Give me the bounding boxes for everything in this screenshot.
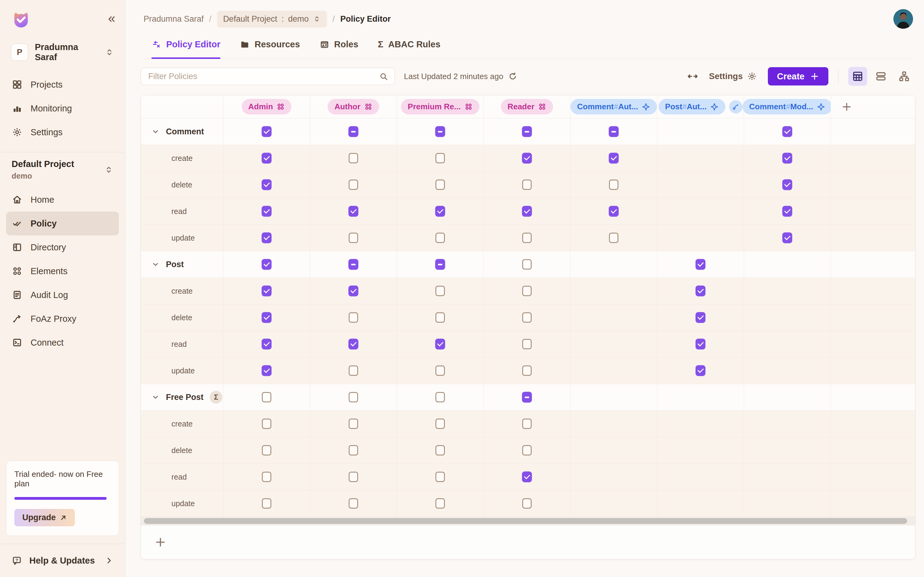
checkbox-unchecked[interactable] (435, 472, 445, 482)
create-button[interactable]: Create (768, 67, 829, 85)
checkbox-checked[interactable] (349, 206, 358, 216)
checkbox-unchecked[interactable] (522, 259, 531, 269)
checkbox-unchecked[interactable] (609, 233, 619, 243)
checkbox-unchecked[interactable] (435, 312, 445, 323)
checkbox-indeterminate[interactable] (349, 259, 358, 269)
policy-settings-button[interactable]: Settings (709, 71, 756, 81)
checkbox-unchecked[interactable] (349, 472, 358, 482)
checkbox-unchecked[interactable] (349, 312, 358, 323)
checkbox-indeterminate[interactable] (609, 126, 619, 137)
view-list-toggle[interactable] (871, 67, 890, 86)
app-logo[interactable] (11, 9, 31, 29)
user-avatar[interactable] (893, 9, 913, 29)
add-resource-button[interactable] (154, 536, 166, 548)
checkbox-checked[interactable] (696, 312, 705, 323)
view-tree-toggle[interactable] (895, 67, 914, 86)
checkbox-checked[interactable] (435, 206, 445, 216)
checkbox-unchecked[interactable] (262, 472, 271, 482)
checkbox-unchecked[interactable] (435, 419, 445, 429)
checkbox-unchecked[interactable] (522, 366, 531, 376)
checkbox-unchecked[interactable] (522, 312, 531, 323)
collapse-chevron-icon[interactable] (151, 393, 160, 401)
sidebar-item-elements[interactable]: Elements (6, 259, 119, 283)
checkbox-unchecked[interactable] (435, 366, 445, 376)
checkbox-unchecked[interactable] (349, 445, 358, 456)
checkbox-unchecked[interactable] (349, 498, 358, 509)
relationship-icon[interactable] (729, 100, 743, 114)
role-badge[interactable]: Premium Re... (401, 99, 479, 114)
checkbox-unchecked[interactable] (435, 392, 445, 402)
checkbox-unchecked[interactable] (349, 419, 358, 429)
sidebar-item-audit-log[interactable]: Audit Log (6, 283, 119, 307)
checkbox-unchecked[interactable] (609, 179, 619, 190)
checkbox-checked[interactable] (262, 339, 271, 349)
checkbox-unchecked[interactable] (349, 233, 358, 243)
derived-role-badge[interactable]: Comment#Mod... (743, 99, 832, 114)
filter-policies-input[interactable] (141, 68, 395, 85)
checkbox-checked[interactable] (782, 126, 792, 137)
checkbox-unchecked[interactable] (262, 498, 271, 509)
sidebar-item-policy[interactable]: Policy (6, 211, 119, 235)
checkbox-unchecked[interactable] (435, 233, 445, 243)
breadcrumb-project-pill[interactable]: Default Project : demo (217, 11, 327, 27)
add-role-button[interactable] (841, 102, 852, 112)
checkbox-indeterminate[interactable] (435, 126, 445, 137)
sidebar-item-settings[interactable]: Settings (6, 120, 119, 144)
checkbox-checked[interactable] (262, 312, 271, 323)
checkbox-checked[interactable] (262, 153, 271, 163)
tab-abac-rules[interactable]: Σ ABAC Rules (378, 39, 441, 59)
checkbox-unchecked[interactable] (435, 286, 445, 296)
upgrade-button[interactable]: Upgrade (15, 509, 75, 526)
checkbox-checked[interactable] (262, 179, 271, 190)
checkbox-indeterminate[interactable] (522, 126, 531, 137)
checkbox-unchecked[interactable] (522, 445, 531, 456)
checkbox-checked[interactable] (262, 366, 271, 376)
derived-role-badge[interactable]: Post#Aut... (659, 99, 726, 114)
sidebar-item-monitoring[interactable]: Monitoring (6, 97, 119, 120)
tab-policy-editor[interactable]: Policy Editor (152, 39, 220, 59)
tab-resources[interactable]: Resources (240, 39, 300, 59)
sidebar-item-foaz-proxy[interactable]: FoAz Proxy (6, 307, 119, 330)
sidebar-collapse-icon[interactable]: « (108, 9, 114, 27)
checkbox-checked[interactable] (262, 286, 271, 296)
checkbox-checked[interactable] (782, 179, 792, 190)
checkbox-checked[interactable] (522, 472, 531, 482)
sidebar-item-projects[interactable]: Projects (6, 73, 119, 97)
checkbox-checked[interactable] (262, 206, 271, 216)
checkbox-checked[interactable] (696, 259, 705, 269)
checkbox-unchecked[interactable] (435, 445, 445, 456)
checkbox-unchecked[interactable] (262, 419, 271, 429)
sidebar-item-home[interactable]: Home (6, 188, 119, 211)
sidebar-item-connect[interactable]: Connect (6, 330, 119, 355)
checkbox-unchecked[interactable] (435, 153, 445, 163)
checkbox-unchecked[interactable] (522, 498, 531, 509)
checkbox-indeterminate[interactable] (435, 259, 445, 269)
checkbox-unchecked[interactable] (522, 286, 531, 296)
checkbox-checked[interactable] (696, 339, 705, 349)
checkbox-unchecked[interactable] (522, 419, 531, 429)
checkbox-checked[interactable] (609, 206, 619, 216)
checkbox-checked[interactable] (262, 259, 271, 269)
checkbox-unchecked[interactable] (522, 339, 531, 349)
checkbox-checked[interactable] (349, 339, 358, 349)
collapse-chevron-icon[interactable] (151, 127, 160, 136)
checkbox-checked[interactable] (262, 126, 271, 137)
view-grid-toggle[interactable] (848, 67, 867, 86)
sidebar-item-directory[interactable]: Directory (6, 235, 119, 259)
tab-roles[interactable]: Roles (320, 39, 359, 59)
checkbox-checked[interactable] (435, 339, 445, 349)
help-updates-button[interactable]: ? Help & Updates (0, 544, 125, 577)
collapse-chevron-icon[interactable] (151, 260, 160, 269)
refresh-icon[interactable] (508, 72, 517, 81)
checkbox-unchecked[interactable] (349, 153, 358, 163)
checkbox-unchecked[interactable] (522, 233, 531, 243)
checkbox-unchecked[interactable] (262, 392, 271, 402)
breadcrumb-workspace[interactable]: Pradumna Saraf (144, 15, 204, 24)
checkbox-unchecked[interactable] (349, 179, 358, 190)
checkbox-unchecked[interactable] (522, 179, 531, 190)
scrollbar-thumb[interactable] (144, 518, 907, 524)
expand-horizontal-icon[interactable] (687, 71, 698, 82)
checkbox-unchecked[interactable] (349, 366, 358, 376)
checkbox-indeterminate[interactable] (349, 126, 358, 137)
role-badge[interactable]: Reader (501, 99, 553, 114)
